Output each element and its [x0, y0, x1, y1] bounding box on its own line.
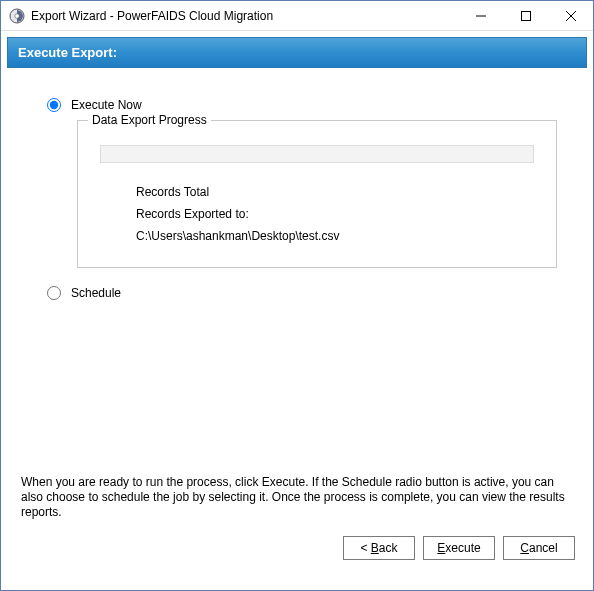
title-bar: Export Wizard - PowerFAIDS Cloud Migrati…	[1, 1, 593, 31]
window-controls	[458, 1, 593, 30]
execute-now-option[interactable]: Execute Now	[47, 98, 557, 112]
execute-now-radio[interactable]	[47, 98, 61, 112]
data-export-progress-group: Data Export Progress Records Total Recor…	[77, 120, 557, 268]
close-button[interactable]	[548, 1, 593, 30]
export-progress-bar	[100, 145, 534, 163]
window-title: Export Wizard - PowerFAIDS Cloud Migrati…	[31, 9, 458, 23]
records-total-label: Records Total	[136, 181, 538, 203]
wizard-step-title: Execute Export:	[18, 45, 117, 60]
schedule-option[interactable]: Schedule	[47, 286, 557, 300]
wizard-button-bar: < Back Execute Cancel	[7, 528, 587, 568]
wizard-instructions: When you are ready to run the process, c…	[13, 475, 581, 520]
schedule-label: Schedule	[71, 286, 121, 300]
wizard-content: Execute Now Data Export Progress Records…	[7, 68, 587, 528]
app-icon	[9, 8, 25, 24]
progress-info: Records Total Records Exported to: C:\Us…	[136, 181, 538, 247]
svg-point-1	[15, 13, 20, 18]
minimize-button[interactable]	[458, 1, 503, 30]
cancel-button[interactable]: Cancel	[503, 536, 575, 560]
progress-legend: Data Export Progress	[88, 113, 211, 127]
execute-button[interactable]: Execute	[423, 536, 495, 560]
back-button[interactable]: < Back	[343, 536, 415, 560]
records-exported-label: Records Exported to:	[136, 203, 538, 225]
maximize-button[interactable]	[503, 1, 548, 30]
execute-now-label: Execute Now	[71, 98, 142, 112]
svg-rect-3	[521, 11, 530, 20]
export-path: C:\Users\ashankman\Desktop\test.csv	[136, 225, 538, 247]
schedule-radio[interactable]	[47, 286, 61, 300]
wizard-step-banner: Execute Export:	[7, 37, 587, 68]
